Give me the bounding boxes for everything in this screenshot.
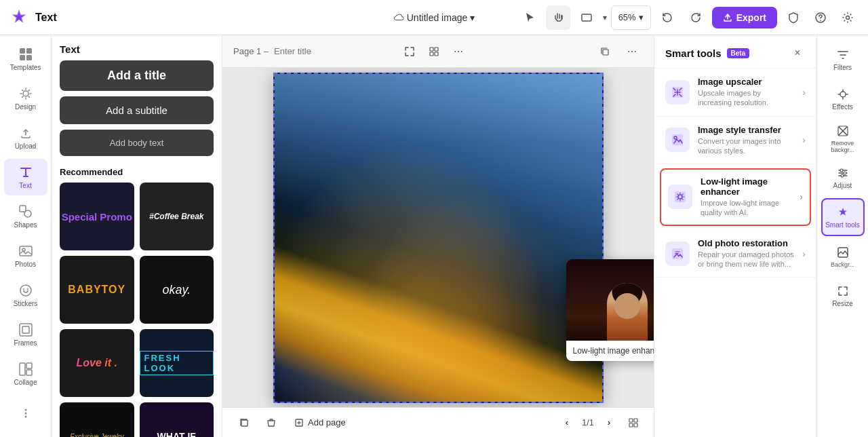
frames-icon	[18, 322, 33, 337]
smart-tool-photo-restoration[interactable]: Old photo restoration Repair your damage…	[654, 230, 816, 278]
list-item[interactable]: #Coffee Break	[140, 183, 214, 250]
zoom-control[interactable]: 65% ▾	[611, 5, 651, 30]
add-body-btn[interactable]: Add body text	[60, 130, 214, 156]
page-prev-btn[interactable]: ‹	[557, 413, 576, 432]
svg-rect-24	[435, 48, 438, 51]
topbar-tools: ▾ 65% ▾ Export	[517, 5, 860, 30]
duplicate-page-btn[interactable]	[233, 412, 255, 434]
grid-view-btn[interactable]	[624, 413, 643, 432]
right-panel-smart-tools[interactable]: Smart tools	[821, 198, 865, 236]
list-item[interactable]: Love it .	[60, 329, 134, 397]
sidebar-item-frames[interactable]: Frames	[4, 316, 47, 353]
page-indicator: 1/1	[582, 417, 594, 428]
exclusive-jewelry-text: Exclusive Jewelry	[70, 433, 123, 438]
hand-tool-btn[interactable]	[546, 5, 570, 30]
smart-tools-title-text: Smart tools	[665, 48, 722, 59]
sidebar-item-more[interactable]	[4, 395, 47, 432]
collage-icon	[18, 362, 33, 377]
svg-rect-27	[603, 50, 608, 55]
smart-tool-style-transfer[interactable]: Image style transfer Convert your images…	[654, 117, 816, 165]
background-icon	[836, 246, 850, 259]
canvas-container: ···	[273, 73, 604, 403]
zoom-level: 65%	[618, 12, 636, 22]
collage-label: Collage	[14, 379, 37, 386]
thumbnail-preview: Low-light image enhancer	[566, 259, 654, 361]
image-upscaler-icon	[665, 80, 690, 104]
style-transfer-icon	[665, 128, 690, 152]
settings-btn[interactable]	[835, 5, 860, 30]
sidebar-item-photos[interactable]: Photos	[4, 238, 47, 274]
list-item[interactable]: Special Promo	[60, 183, 134, 250]
canvas-more-icon: ⋯	[454, 46, 463, 57]
shield-btn[interactable]	[781, 5, 806, 30]
canvas-area: Page 1 – ⋯ ⋯	[222, 35, 654, 437]
sidebar-item-design[interactable]: Design	[4, 80, 47, 117]
canvas-copy-btn[interactable]	[594, 41, 616, 62]
svg-rect-9	[20, 206, 26, 212]
add-page-btn[interactable]: Add page	[288, 413, 353, 432]
low-light-text: Low-light image enhancer Improve low-lig…	[701, 176, 791, 218]
fresh-text: FRESH LOOK	[140, 351, 214, 375]
sidebar-item-stickers[interactable]: Stickers	[4, 277, 47, 314]
smart-tools-close-btn[interactable]: ×	[789, 45, 806, 61]
canvas-frame[interactable]: Low-light image enhancer	[273, 73, 604, 403]
text-card-grid-2: Exclusive Jewelry WHAT IF	[52, 402, 222, 437]
delete-page-btn[interactable]	[260, 412, 282, 434]
sidebar-item-collage[interactable]: Collage	[4, 356, 47, 392]
export-btn[interactable]: Export	[712, 7, 777, 28]
svg-rect-23	[430, 48, 433, 51]
device-dropdown-icon[interactable]: ▾	[603, 13, 607, 22]
svg-rect-16	[22, 326, 29, 333]
zoom-dropdown-icon[interactable]: ▾	[639, 12, 644, 22]
file-name[interactable]: Untitled image	[407, 12, 468, 23]
smart-tool-image-upscaler[interactable]: Image upscaler Upscale images by increas…	[654, 69, 816, 117]
love-text: Love it .	[77, 357, 117, 369]
adjust-icon	[836, 166, 850, 180]
canvas-more-btn[interactable]: ⋯	[448, 41, 469, 62]
list-item[interactable]: okay.	[140, 256, 214, 324]
smart-tool-low-light[interactable]: Low-light image enhancer Improve low-lig…	[660, 168, 811, 226]
list-item[interactable]: BABYTOY	[60, 256, 134, 324]
svg-point-2	[846, 16, 850, 19]
right-panel-resize[interactable]: Resize	[821, 277, 865, 315]
right-panel-effects[interactable]: Effects	[821, 80, 865, 118]
list-item[interactable]: WHAT IF	[140, 402, 214, 437]
sidebar-item-shapes[interactable]: Shapes	[4, 198, 47, 235]
page-title-input[interactable]	[274, 46, 388, 56]
device-view-btn[interactable]	[574, 5, 599, 30]
thumbnail-img	[566, 259, 654, 341]
photo-restoration-chevron-icon: ›	[802, 248, 806, 259]
canvas-resize-icon-btn[interactable]	[399, 41, 420, 62]
image-upscaler-chevron-icon: ›	[802, 87, 806, 98]
canvas-grid-btn[interactable]	[423, 41, 445, 62]
redo-btn[interactable]	[684, 5, 708, 30]
sidebar-item-templates[interactable]: Templates	[4, 41, 47, 77]
right-panel-filters[interactable]: Filters	[821, 41, 865, 79]
list-item[interactable]: FRESH LOOK	[140, 329, 214, 397]
file-dropdown-icon[interactable]: ▾	[470, 12, 475, 23]
effects-icon	[836, 88, 850, 101]
page-nav: ‹ 1/1 ›	[557, 413, 643, 432]
svg-rect-35	[634, 419, 637, 422]
export-label: Export	[736, 12, 766, 23]
undo-btn[interactable]	[655, 5, 679, 30]
sidebar-item-upload[interactable]: Upload	[4, 119, 47, 156]
cursor-tool-btn[interactable]	[517, 5, 542, 30]
sidebar-item-text[interactable]: Text	[4, 159, 47, 195]
recommended-label: Recommended	[52, 162, 222, 183]
more-icon	[18, 406, 33, 421]
add-title-btn[interactable]: Add a title	[60, 60, 214, 91]
help-btn[interactable]	[808, 5, 833, 30]
low-light-icon	[668, 185, 692, 209]
page-next-btn[interactable]: ›	[599, 413, 618, 432]
right-panel-background[interactable]: Backgr...	[821, 238, 865, 276]
list-item[interactable]: Exclusive Jewelry	[60, 402, 134, 437]
canvas-more2-btn[interactable]: ⋯	[621, 41, 643, 62]
right-panel-remove-bg[interactable]: Remove backgr...	[821, 119, 865, 157]
photo-restoration-name: Old photo restoration	[698, 238, 794, 248]
app-logo	[8, 7, 30, 28]
add-subtitle-btn[interactable]: Add a subtitle	[60, 96, 214, 124]
svg-rect-0	[582, 14, 591, 21]
right-panel-adjust[interactable]: Adjust	[821, 159, 865, 197]
sidebar-icons: Templates Design Upload Text Shapes Phot…	[0, 35, 52, 437]
